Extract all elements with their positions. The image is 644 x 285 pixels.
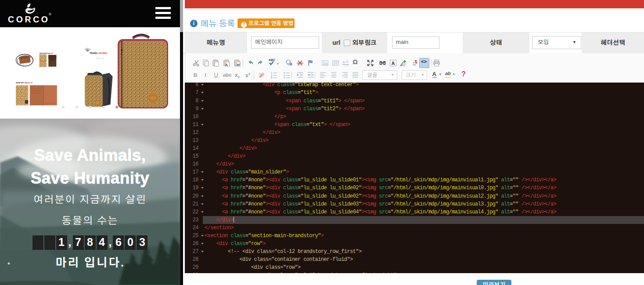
- svg-text:1: 1: [271, 72, 272, 74]
- svg-text:S A L E: S A L E: [96, 58, 104, 59]
- svg-text:W: W: [237, 63, 240, 66]
- svg-text:TRAVEL GO BAG: TRAVEL GO BAG: [90, 52, 107, 54]
- svg-text:PASSPORT WALLET /V: PASSPORT WALLET /V: [16, 82, 32, 84]
- svg-text:2: 2: [271, 75, 272, 77]
- svg-text:A: A: [225, 63, 228, 66]
- svg-text:NECKLACE WALLET: NECKLACE WALLET: [40, 53, 53, 54]
- svg-text:ABC: ABC: [269, 58, 275, 61]
- svg-text:A: A: [342, 61, 345, 64]
- svg-text:3: 3: [271, 77, 272, 79]
- svg-text:A: A: [391, 61, 395, 66]
